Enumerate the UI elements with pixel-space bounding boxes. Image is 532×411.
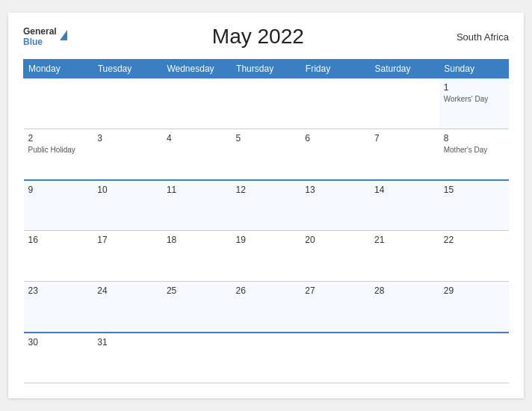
day-cell-w6-d4 [232,333,301,383]
day-cell-w5-d2: 24 [93,282,162,333]
day-number: 15 [444,185,504,195]
week-row-2: 2Public Holiday345678Mother's Day [24,129,509,180]
day-cell-w5-d4: 26 [232,282,301,333]
logo-blue: Blue [23,37,57,47]
day-cell-w4-d2: 17 [93,231,162,282]
weekday-header-row: Monday Tuesday Wednesday Thursday Friday… [24,60,509,78]
day-number: 1 [444,82,504,93]
calendar-container: General Blue May 2022 South Africa Monda… [8,13,524,398]
day-number: 7 [374,133,435,143]
day-number: 30 [28,337,89,347]
week-row-4: 16171819202122 [24,231,509,282]
day-cell-w3-d5: 13 [300,180,370,231]
day-cell-w4-d1: 16 [24,231,93,282]
week-row-3: 9101112131415 [24,180,509,231]
day-event: Mother's Day [444,146,488,154]
day-number: 3 [97,133,158,143]
day-cell-w3-d1: 9 [24,180,93,231]
day-number: 31 [97,337,158,347]
day-number: 29 [444,285,504,296]
day-cell-w6-d6 [370,333,439,383]
day-number: 18 [167,235,227,245]
day-cell-w2-d4: 5 [232,129,301,180]
week-row-6: 3031 [24,333,509,383]
day-cell-w2-d5: 6 [300,129,370,180]
day-number: 4 [167,133,227,143]
col-tuesday: Tuesday [93,60,162,78]
day-number: 17 [97,235,158,245]
day-cell-w1-d5 [300,78,370,129]
day-number: 27 [305,285,365,296]
day-cell-w5-d6: 28 [370,282,439,333]
day-number: 8 [444,133,504,143]
day-number: 16 [28,235,89,245]
month-title: May 2022 [67,25,449,49]
day-number: 11 [167,185,227,195]
logo: General Blue [23,26,67,48]
day-number: 5 [236,133,297,143]
day-event: Public Holiday [28,146,75,154]
day-number: 13 [305,185,365,195]
day-cell-w5-d1: 23 [24,282,93,333]
day-cell-w3-d7: 15 [439,180,509,231]
day-cell-w1-d7: 1Workers' Day [439,78,509,129]
day-cell-w2-d3: 4 [162,129,232,180]
day-event: Workers' Day [444,95,489,103]
day-number: 12 [236,185,297,195]
day-cell-w6-d5 [300,333,370,383]
day-cell-w4-d5: 20 [300,231,370,282]
day-number: 22 [444,235,504,245]
day-number: 6 [305,133,365,143]
day-number: 25 [167,285,227,296]
logo-general: General [23,26,57,37]
day-cell-w6-d3 [162,333,232,383]
day-cell-w3-d3: 11 [162,180,232,231]
col-saturday: Saturday [370,60,439,78]
day-cell-w6-d7 [439,333,509,383]
day-cell-w1-d6 [370,78,439,129]
day-cell-w5-d5: 27 [300,282,370,333]
col-sunday: Sunday [439,60,509,78]
col-monday: Monday [24,60,93,78]
day-number: 23 [28,285,89,296]
day-cell-w2-d6: 7 [370,129,439,180]
day-number: 19 [236,235,297,245]
logo-triangle-icon [60,30,67,40]
day-number: 9 [28,185,89,195]
day-cell-w6-d2: 31 [93,333,162,383]
day-number: 14 [374,185,435,195]
day-cell-w1-d1 [24,78,93,129]
day-cell-w3-d2: 10 [93,180,162,231]
day-cell-w2-d7: 8Mother's Day [439,129,509,180]
col-friday: Friday [300,60,370,78]
day-cell-w3-d6: 14 [370,180,439,231]
day-number: 28 [374,285,435,296]
week-row-1: 1Workers' Day [24,78,509,129]
country-label: South Africa [449,31,509,43]
day-cell-w4-d3: 18 [162,231,232,282]
day-cell-w4-d4: 19 [232,231,301,282]
day-cell-w4-d7: 22 [439,231,509,282]
day-cell-w1-d4 [232,78,301,129]
day-cell-w2-d1: 2Public Holiday [24,129,93,180]
col-wednesday: Wednesday [162,60,232,78]
day-cell-w6-d1: 30 [24,333,93,383]
day-number: 2 [28,133,89,143]
day-cell-w3-d4: 12 [232,180,301,231]
calendar-header: General Blue May 2022 South Africa [23,25,509,49]
day-cell-w1-d3 [162,78,232,129]
day-cell-w4-d6: 21 [370,231,439,282]
day-number: 26 [236,285,297,296]
logo-text: General Blue [23,26,57,48]
day-number: 20 [305,235,365,245]
week-row-5: 23242526272829 [24,282,509,333]
day-number: 24 [97,285,158,296]
day-cell-w2-d2: 3 [93,129,162,180]
day-number: 10 [97,185,158,195]
calendar-table: Monday Tuesday Wednesday Thursday Friday… [23,59,509,383]
day-number: 21 [374,235,435,245]
day-cell-w5-d7: 29 [439,282,509,333]
day-cell-w5-d3: 25 [162,282,232,333]
day-cell-w1-d2 [93,78,162,129]
col-thursday: Thursday [232,60,301,78]
